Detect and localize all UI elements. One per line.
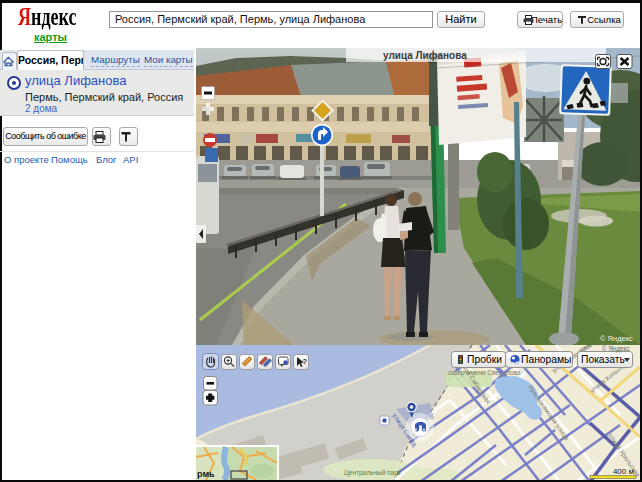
- svg-text:Пробки: Пробки: [467, 354, 502, 365]
- svg-text:Показать: Показать: [581, 354, 625, 365]
- svg-text:рмь: рмь: [197, 469, 215, 479]
- svg-text:?: ?: [303, 357, 308, 366]
- svg-text:улица Лифанова: улица Лифанова: [383, 50, 467, 61]
- svg-text:сквер имени Свердлова: сквер имени Свердлова: [448, 369, 521, 377]
- svg-text:© Яндекс: © Яндекс: [600, 334, 633, 343]
- svg-text:400 м: 400 м: [613, 467, 634, 476]
- svg-text:Панорамы: Панорамы: [521, 354, 571, 365]
- svg-text:© Яндекс: © Яндекс: [602, 345, 630, 353]
- svg-text:Центральный парк: Центральный парк: [344, 469, 401, 477]
